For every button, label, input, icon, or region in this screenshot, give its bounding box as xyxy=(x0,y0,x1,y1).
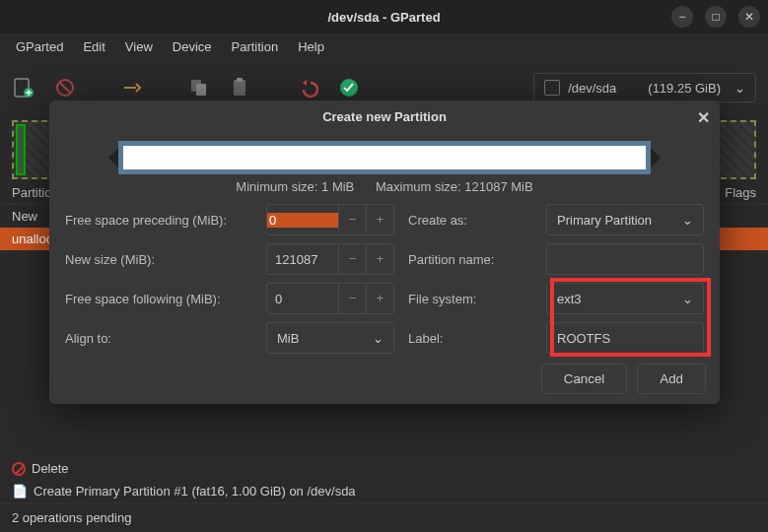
menu-help[interactable]: Help xyxy=(288,33,334,63)
menu-edit[interactable]: Edit xyxy=(73,33,114,63)
stepper-plus[interactable]: + xyxy=(366,205,393,234)
partition-name-input[interactable] xyxy=(546,243,704,275)
delete-icon[interactable] xyxy=(53,76,77,100)
window-title: /dev/sda - GParted xyxy=(327,10,440,25)
stepper-plus[interactable]: + xyxy=(366,284,393,313)
align-to-dropdown[interactable]: MiB⌄ xyxy=(266,322,394,354)
operations-list: Delete 📄 Create Primary Partition #1 (fa… xyxy=(0,457,768,502)
file-system-label: File system: xyxy=(408,292,532,306)
slider-right-handle[interactable] xyxy=(651,148,661,167)
new-partition-icon[interactable] xyxy=(12,76,35,100)
op-text: Delete xyxy=(32,461,69,476)
add-button[interactable]: Add xyxy=(637,364,706,394)
svg-rect-5 xyxy=(234,80,245,96)
stepper-minus[interactable]: − xyxy=(338,205,366,234)
device-selector[interactable]: /dev/sda (119.25 GiB) ⌄ xyxy=(533,73,756,102)
new-size-label: New size (MiB): xyxy=(65,252,252,267)
menu-view[interactable]: View xyxy=(115,33,163,63)
new-size-input[interactable]: −+ xyxy=(266,243,394,275)
create-as-label: Create as: xyxy=(408,213,532,228)
minimize-button[interactable]: − xyxy=(671,6,693,28)
free-preceding-label: Free space preceding (MiB): xyxy=(65,213,252,228)
close-button[interactable]: ✕ xyxy=(738,6,760,28)
resize-icon[interactable] xyxy=(120,76,144,100)
menu-device[interactable]: Device xyxy=(163,33,222,63)
device-size: (119.25 GiB) xyxy=(648,81,721,96)
operation-item[interactable]: 📄 Create Primary Partition #1 (fat16, 1.… xyxy=(0,480,768,502)
align-to-label: Align to: xyxy=(65,331,252,346)
undo-icon[interactable] xyxy=(296,76,319,100)
slider-left-handle[interactable] xyxy=(108,148,118,167)
chevron-down-icon: ⌄ xyxy=(734,81,745,96)
chevron-down-icon: ⌄ xyxy=(373,331,384,346)
svg-rect-4 xyxy=(196,84,206,96)
stepper-minus[interactable]: − xyxy=(338,244,366,274)
minimum-size-label: Minimum size: 1 MiB xyxy=(236,179,354,194)
free-following-label: Free space following (MiB): xyxy=(65,292,252,306)
op-text: Create Primary Partition #1 (fat16, 1.00… xyxy=(34,484,356,499)
create-as-dropdown[interactable]: Primary Partition⌄ xyxy=(546,204,704,235)
device-name: /dev/sda xyxy=(568,81,616,96)
free-following-input[interactable]: −+ xyxy=(266,283,394,314)
status-text: 2 operations pending xyxy=(12,510,131,525)
operation-item[interactable]: Delete xyxy=(0,457,768,480)
paste-icon[interactable] xyxy=(229,76,252,100)
svg-rect-6 xyxy=(237,78,243,82)
label-label: Label: xyxy=(408,331,532,346)
chevron-down-icon: ⌄ xyxy=(682,213,693,228)
create-partition-dialog: Create new Partition ✕ Minimum size: 1 M… xyxy=(49,100,720,404)
disk-icon xyxy=(544,80,560,96)
stepper-minus[interactable]: − xyxy=(338,284,366,313)
copy-icon[interactable] xyxy=(187,76,211,100)
file-system-dropdown[interactable]: ext3⌄ xyxy=(546,283,704,314)
dialog-title: Create new Partition xyxy=(322,109,447,124)
apply-icon[interactable] xyxy=(337,76,361,100)
stepper-plus[interactable]: + xyxy=(366,244,393,274)
create-op-icon: 📄 xyxy=(12,484,28,499)
statusbar: 2 operations pending xyxy=(0,502,768,532)
partition-name-label: Partition name: xyxy=(408,252,532,267)
free-preceding-input[interactable]: −+ xyxy=(266,204,394,235)
partition-size-slider[interactable] xyxy=(108,140,661,175)
window-titlebar: /dev/sda - GParted − □ ✕ xyxy=(0,0,768,33)
delete-op-icon xyxy=(12,462,26,476)
dialog-close-icon[interactable]: ✕ xyxy=(697,108,710,127)
menu-gparted[interactable]: GParted xyxy=(6,33,73,63)
cancel-button[interactable]: Cancel xyxy=(541,364,628,394)
maximum-size-label: Maximum size: 121087 MiB xyxy=(376,179,533,194)
maximize-button[interactable]: □ xyxy=(705,6,727,28)
menubar: GParted Edit View Device Partition Help xyxy=(0,33,768,63)
chevron-down-icon: ⌄ xyxy=(682,292,693,306)
label-input[interactable] xyxy=(546,322,704,354)
menu-partition[interactable]: Partition xyxy=(222,33,289,63)
